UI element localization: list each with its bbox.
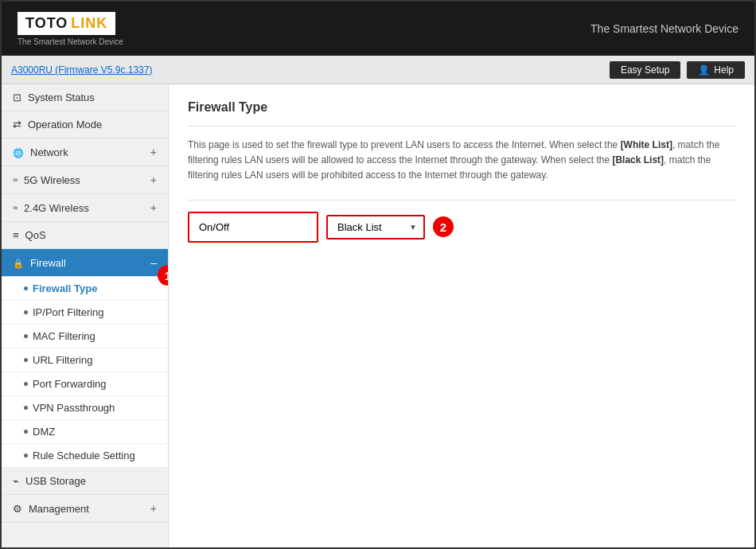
sub-label-mac-filtering: MAC Filtering xyxy=(33,330,95,342)
sidebar-item-firewall[interactable]: Firewall – 1 xyxy=(2,249,168,277)
expand-management-icon: + xyxy=(150,502,157,515)
sidebar-sub-port-forwarding[interactable]: Port Forwarding xyxy=(2,372,168,396)
badge-2: 2 xyxy=(433,216,454,237)
help-button[interactable]: 👤 Help xyxy=(687,61,745,79)
logo-toto: TOTO xyxy=(25,15,68,32)
form-row: On/Off On Off Black List White List ▼ 2 xyxy=(188,212,735,243)
expand-5g-icon: + xyxy=(150,173,157,186)
sidebar-item-usb-storage[interactable]: USB Storage xyxy=(2,468,168,495)
sidebar-label-network: Network xyxy=(30,146,68,158)
logo-link: LINK xyxy=(71,15,107,32)
sidebar-sub-firewall-type[interactable]: Firewall Type xyxy=(2,277,168,301)
globe-icon xyxy=(13,146,24,158)
sub-label-vpn: VPN Passthrough xyxy=(33,402,115,414)
sidebar-label-qos: QoS xyxy=(25,229,46,241)
dot-icon xyxy=(24,454,28,458)
description: This page is used to set the firewall ty… xyxy=(188,138,735,184)
onoff-toggle-wrapper: On/Off On Off xyxy=(188,212,318,243)
sidebar-sub-url-filtering[interactable]: URL Filtering xyxy=(2,348,168,372)
divider xyxy=(188,126,735,127)
blacklist-select-wrapper: Black List White List ▼ xyxy=(326,215,425,239)
arrows-icon xyxy=(13,119,21,130)
sidebar-item-operation-mode[interactable]: Operation Mode xyxy=(2,111,168,138)
expand-network-icon: + xyxy=(150,146,157,158)
toolbar: A3000RU (Firmware V5.9c.1337) Easy Setup… xyxy=(2,56,754,84)
expand-2g-icon: + xyxy=(150,201,157,214)
sidebar-sub-vpn[interactable]: VPN Passthrough xyxy=(2,396,168,420)
logo-box: TOTO LINK xyxy=(18,12,115,35)
header-slogan: The Smartest Network Device xyxy=(590,22,738,35)
sidebar-label-usb: USB Storage xyxy=(25,475,86,487)
dot-icon xyxy=(24,430,28,434)
main-layout: System Status Operation Mode Network + ≈ xyxy=(2,84,754,547)
divider2 xyxy=(188,200,735,201)
sub-label-dmz: DMZ xyxy=(33,426,55,438)
monitor-icon xyxy=(13,92,21,103)
usb-icon xyxy=(13,475,19,487)
blacklist-select[interactable]: Black List White List xyxy=(328,216,423,238)
sidebar-label-system-status: System Status xyxy=(28,92,95,103)
sidebar-item-management[interactable]: Management + xyxy=(2,495,168,523)
dot-icon xyxy=(24,310,28,314)
sub-label-rule-schedule: Rule Schedule Setting xyxy=(33,450,135,461)
sidebar-sub-ip-filtering[interactable]: IP/Port Filtering xyxy=(2,301,168,325)
sidebar-sub-mac-filtering[interactable]: MAC Filtering xyxy=(2,325,168,348)
dot-icon xyxy=(24,334,28,338)
sidebar-item-2g-wireless[interactable]: ≈ 2.4G Wireless + xyxy=(2,194,168,222)
sidebar-item-5g-wireless[interactable]: ≈ 5G Wireless + xyxy=(2,166,168,194)
sidebar-label-firewall: Firewall xyxy=(30,257,66,269)
wifi5g-icon: ≈ xyxy=(13,175,18,185)
content-area: Firewall Type This page is used to set t… xyxy=(169,84,754,547)
sub-label-url-filtering: URL Filtering xyxy=(33,354,92,366)
sidebar-label-5g: 5G Wireless xyxy=(24,174,80,186)
sub-label-firewall-type: Firewall Type xyxy=(33,282,97,294)
dot-icon xyxy=(24,406,28,410)
logo-tagline: The Smartest Network Device xyxy=(18,37,123,46)
page-title: Firewall Type xyxy=(188,100,735,115)
sidebar-label-operation-mode: Operation Mode xyxy=(28,119,102,130)
dot-icon xyxy=(24,358,28,362)
sidebar: System Status Operation Mode Network + ≈ xyxy=(2,84,169,547)
wifi2g-icon: ≈ xyxy=(13,203,18,212)
sidebar-item-system-status[interactable]: System Status xyxy=(2,84,168,111)
collapse-firewall-icon: – xyxy=(150,256,157,269)
sidebar-sub-dmz[interactable]: DMZ xyxy=(2,420,168,444)
sub-label-port-forwarding: Port Forwarding xyxy=(33,378,106,390)
gear-icon xyxy=(13,503,22,515)
firewall-submenu: Firewall Type IP/Port Filtering MAC Filt… xyxy=(2,277,168,468)
sidebar-sub-rule-schedule[interactable]: Rule Schedule Setting xyxy=(2,444,168,468)
lock-icon xyxy=(13,257,24,269)
sub-label-ip-filtering: IP/Port Filtering xyxy=(33,306,104,318)
sidebar-label-management: Management xyxy=(29,503,89,515)
sidebar-label-2g: 2.4G Wireless xyxy=(24,202,89,214)
dot-icon xyxy=(24,382,28,386)
firmware-label: A3000RU (Firmware V5.9c.1337) xyxy=(11,64,152,76)
onoff-select[interactable]: On/Off On Off xyxy=(189,216,317,238)
sidebar-item-network[interactable]: Network + xyxy=(2,138,168,166)
logo-area: TOTO LINK The Smartest Network Device xyxy=(18,12,123,46)
qos-icon xyxy=(13,229,19,241)
toolbar-buttons: Easy Setup 👤 Help xyxy=(610,61,745,79)
easy-setup-button[interactable]: Easy Setup xyxy=(610,61,680,79)
dot-icon xyxy=(24,286,28,290)
person-icon: 👤 xyxy=(698,64,710,76)
sidebar-item-qos[interactable]: QoS xyxy=(2,222,168,249)
header: TOTO LINK The Smartest Network Device Th… xyxy=(2,2,754,56)
